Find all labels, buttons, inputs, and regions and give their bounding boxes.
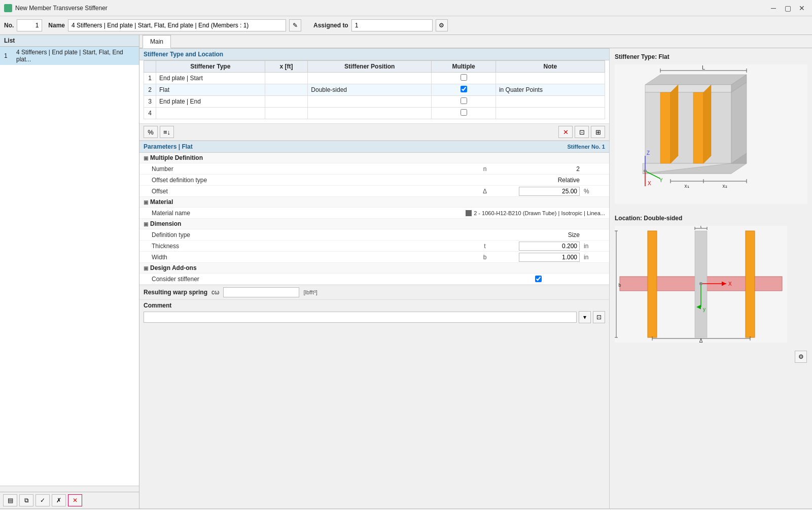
number-row: Number n 2 — [139, 163, 609, 175]
name-label: Name — [48, 22, 65, 29]
percent-button[interactable]: % — [144, 126, 158, 138]
comment-dropdown-btn[interactable]: ▾ — [579, 311, 591, 323]
table-row: 1 End plate | Start — [144, 73, 605, 84]
list-copy-button[interactable]: ⧉ — [19, 494, 33, 506]
def-type-row: Definition type Size — [139, 229, 609, 241]
number-value: 2 — [492, 165, 584, 173]
list-uncheck-button[interactable]: ✗ — [52, 494, 66, 506]
content-area: Stiffener Type and Location Stiffener Ty… — [139, 48, 812, 508]
thickness-row: Thickness t in — [139, 241, 609, 252]
tab-main[interactable]: Main — [143, 35, 171, 48]
sort-button[interactable]: ≡↓ — [160, 126, 174, 138]
warp-spring-unit: [lbfft³] — [303, 289, 317, 295]
design-addons-label: Design Add-ons — [150, 264, 197, 271]
stiffener-section-title: Stiffener Type and Location — [139, 48, 609, 60]
svg-rect-35 — [746, 231, 755, 337]
assigned-edit-button[interactable]: ⚙ — [436, 19, 448, 31]
col-x: x [ft] — [265, 61, 308, 73]
svg-text:b: b — [618, 283, 621, 288]
offset-row: Offset Δ % — [139, 186, 609, 197]
list-item[interactable]: 1 4 Stiffeners | End plate | Start, Flat… — [0, 47, 139, 65]
viz-2d-svg: t b Δ — [615, 226, 787, 343]
comment-input[interactable] — [144, 312, 577, 323]
copy-row-button[interactable]: ⊡ — [575, 126, 589, 138]
warp-spring-symbol: cω — [211, 289, 219, 296]
table-row: 2 Flat Double-sided in Quater Points — [144, 84, 605, 96]
assigned-label: Assigned to — [313, 22, 348, 29]
multiple-check-2[interactable] — [461, 86, 467, 92]
top-bar: No. Name ✎ Assigned to ⚙ — [0, 16, 812, 35]
multiple-def-label: Multiple Definition — [150, 154, 203, 161]
warp-spring-input[interactable] — [223, 287, 299, 297]
multiple-check-4[interactable] — [461, 109, 467, 116]
viz-3d: L x₁ x₂ X — [615, 64, 807, 207]
no-label: No. — [4, 22, 14, 29]
design-addons-header[interactable]: ▣ Design Add-ons — [139, 263, 609, 274]
svg-marker-2 — [645, 85, 731, 92]
thickness-input[interactable] — [519, 242, 580, 251]
right-panel: Main Stiffener Type and Location Stiffen… — [139, 35, 812, 508]
params-scroll: ▣ Multiple Definition Number n 2 Offset … — [139, 153, 609, 325]
width-input[interactable] — [519, 253, 580, 262]
consider-stiffener-checkbox-cell — [492, 276, 584, 282]
window-title: New Member Transverse Stiffener — [15, 5, 108, 12]
list-panel-bottom: ▤ ⧉ ✓ ✗ ✕ — [0, 492, 139, 508]
list-add-button[interactable]: ▤ — [3, 494, 17, 506]
thickness-unit: in — [584, 243, 609, 250]
maximize-button[interactable]: ▢ — [782, 3, 794, 13]
svg-text:X: X — [728, 281, 732, 287]
col-num — [144, 61, 156, 73]
multiple-check-1[interactable] — [461, 74, 467, 81]
list-scrollbar[interactable] — [0, 486, 139, 492]
dimension-header[interactable]: ▣ Dimension — [139, 219, 609, 229]
svg-text:X: X — [648, 181, 651, 186]
width-symbol: b — [477, 254, 492, 261]
offset-value — [492, 187, 584, 196]
viz-3d-svg: L x₁ x₂ X — [615, 64, 807, 204]
warp-spring-label: Resulting warp spring — [144, 289, 207, 296]
viz-settings-button[interactable]: ⚙ — [795, 351, 807, 363]
params-stiffener-no: Stiffener No. 1 — [567, 144, 605, 150]
minimize-button[interactable]: ─ — [767, 3, 780, 13]
offset-input[interactable] — [519, 187, 580, 196]
col-note: Note — [496, 61, 605, 73]
list-check-button[interactable]: ✓ — [36, 494, 50, 506]
params-header: Parameters | Flat Stiffener No. 1 — [139, 141, 609, 153]
list-delete-button[interactable]: ✕ — [68, 494, 82, 506]
multiple-def-header[interactable]: ▣ Multiple Definition — [139, 153, 609, 163]
svg-marker-1 — [645, 75, 747, 85]
thickness-label: Thickness — [139, 242, 477, 251]
name-input[interactable] — [68, 19, 286, 31]
delete-row-button[interactable]: ✕ — [558, 126, 573, 138]
stiffener-table: Stiffener Type x [ft] Stiffener Position… — [144, 60, 605, 119]
svg-text:y: y — [703, 307, 705, 312]
collapse-design-icon: ▣ — [144, 265, 148, 271]
offset-symbol: Δ — [477, 188, 492, 195]
svg-marker-4 — [645, 92, 731, 163]
close-button[interactable]: ✕ — [796, 3, 808, 13]
list-header: List — [0, 35, 139, 47]
svg-text:x₂: x₂ — [723, 183, 727, 189]
comment-copy-btn[interactable]: ⊡ — [593, 311, 605, 323]
multiple-check-3[interactable] — [461, 97, 467, 104]
offset-def-type-value: Relative — [492, 177, 584, 184]
dimension-label: Dimension — [150, 220, 181, 227]
svg-text:x₁: x₁ — [685, 183, 689, 189]
width-label: Width — [139, 253, 477, 262]
svg-text:Z: Z — [647, 150, 650, 156]
no-input[interactable] — [17, 19, 42, 31]
assigned-input[interactable] — [351, 19, 433, 31]
viz-location-label: Location: Double-sided — [615, 215, 807, 222]
name-edit-button[interactable]: ✎ — [289, 19, 301, 31]
copy-all-button[interactable]: ⊞ — [591, 126, 605, 138]
material-header[interactable]: ▣ Material — [139, 197, 609, 208]
material-name-text: 2 - 1060-H12-B210 (Drawn Tube) | Isotrop… — [474, 210, 605, 216]
params-title: Parameters | Flat — [144, 143, 193, 150]
material-name-value: 2 - 1060-H12-B210 (Drawn Tube) | Isotrop… — [380, 210, 609, 216]
consider-stiffener-row: Consider stiffener — [139, 274, 609, 285]
collapse-dimension-icon: ▣ — [144, 221, 148, 227]
material-name-row: Material name 2 - 1060-H12-B210 (Drawn T… — [139, 208, 609, 219]
offset-def-type-row: Offset definition type Relative — [139, 175, 609, 186]
consider-stiffener-checkbox[interactable] — [535, 276, 542, 282]
svg-point-52 — [699, 282, 702, 285]
